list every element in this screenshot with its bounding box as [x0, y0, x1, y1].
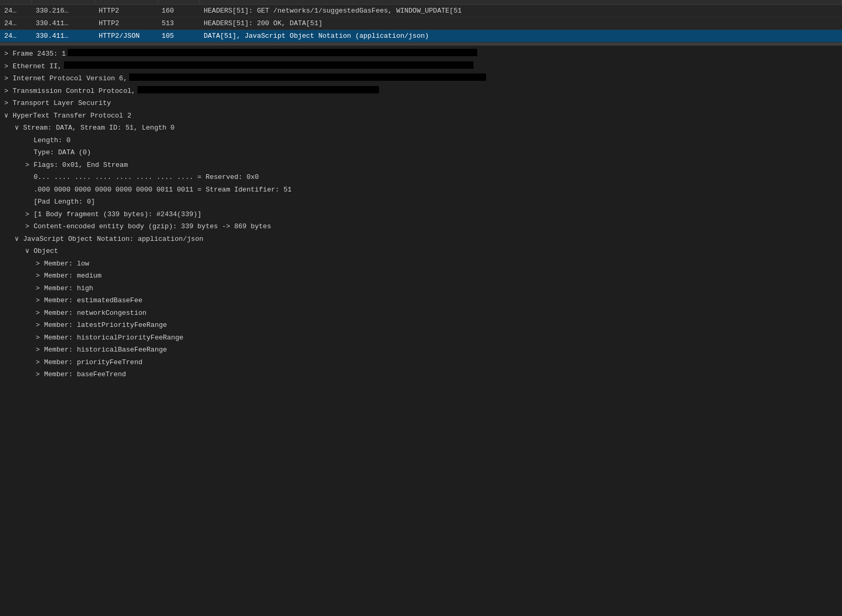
table-row[interactable]: 24…330.411…HTTP2513HEADERS[51]: 200 OK, … — [0, 17, 842, 30]
collapse-icon[interactable]: ∨ — [4, 111, 10, 121]
detail-text: Member: estimatedBaseFee — [44, 295, 142, 306]
detail-row[interactable]: > Flags: 0x01, End Stream — [0, 159, 842, 172]
detail-text: Frame 2435: 1 — [13, 49, 66, 59]
table-row[interactable]: 24…330.216…HTTP2160HEADERS[51]: GET /net… — [0, 5, 842, 17]
detail-text: Member: medium — [44, 271, 101, 281]
expand-icon[interactable]: > — [36, 295, 42, 306]
detail-row[interactable]: > Transmission Control Protocol, — [0, 85, 842, 98]
detail-text: Length: 0 — [34, 135, 70, 146]
detail-row[interactable]: ∨ JavaScript Object Notation: applicatio… — [0, 233, 842, 246]
cell-length: 160 — [157, 5, 199, 17]
cell-no: 24… — [0, 17, 31, 30]
expand-icon[interactable]: > — [36, 369, 42, 380]
redacted-block — [64, 61, 473, 69]
expand-icon[interactable]: > — [36, 345, 42, 355]
detail-row[interactable]: > Ethernet II, — [0, 60, 842, 73]
table-header-row — [0, 0, 842, 5]
cell-info: DATA[51], JavaScript Object Notation (ap… — [199, 30, 842, 43]
detail-row[interactable]: > Member: low — [0, 258, 842, 270]
col-header-time — [31, 0, 94, 5]
cell-protocol: HTTP2 — [94, 5, 157, 17]
expand-icon[interactable]: > — [25, 209, 31, 220]
cell-info: HEADERS[51]: GET /networks/1/suggestedGa… — [199, 5, 842, 17]
col-header-info — [199, 0, 842, 5]
collapse-icon[interactable]: ∨ — [15, 234, 21, 245]
expand-icon[interactable]: > — [4, 49, 10, 59]
detail-text: Member: priorityFeeTrend — [44, 357, 142, 368]
detail-text: Transport Layer Security — [13, 98, 111, 109]
redacted-block — [138, 86, 379, 93]
detail-text: Member: baseFeeTrend — [44, 369, 126, 380]
expand-icon[interactable]: > — [4, 86, 10, 97]
detail-text: Member: historicalBaseFeeRange — [44, 345, 167, 355]
cell-time: 330.411… — [31, 17, 94, 30]
collapse-icon[interactable]: ∨ — [25, 246, 31, 257]
expand-icon[interactable]: > — [4, 98, 10, 109]
detail-row[interactable]: .000 0000 0000 0000 0000 0000 0011 0011 … — [0, 184, 842, 196]
cell-time: 330.216… — [31, 5, 94, 17]
table-row[interactable]: 24…330.411…HTTP2/JSON105DATA[51], JavaSc… — [0, 30, 842, 43]
detail-row[interactable]: > Member: high — [0, 282, 842, 295]
detail-row[interactable]: Type: DATA (0) — [0, 146, 842, 159]
cell-no: 24… — [0, 5, 31, 17]
cell-length: 513 — [157, 17, 199, 30]
detail-text: Internet Protocol Version 6, — [13, 73, 127, 84]
col-header-length — [157, 0, 199, 5]
detail-text: .000 0000 0000 0000 0000 0000 0011 0011 … — [34, 185, 291, 195]
detail-row[interactable]: > Member: priorityFeeTrend — [0, 356, 842, 369]
detail-row[interactable]: > Member: latestPriorityFeeRange — [0, 319, 842, 332]
expand-icon[interactable]: > — [36, 259, 42, 269]
expand-icon[interactable]: > — [36, 283, 42, 294]
expand-icon[interactable]: > — [4, 73, 10, 84]
detail-row[interactable]: > Member: networkCongestion — [0, 307, 842, 320]
expand-icon[interactable]: > — [25, 160, 31, 171]
detail-row[interactable]: Length: 0 — [0, 134, 842, 147]
detail-text: Stream: DATA, Stream ID: 51, Length 0 — [23, 123, 175, 133]
detail-row[interactable]: > Member: medium — [0, 270, 842, 282]
detail-text: Type: DATA (0) — [34, 147, 91, 158]
expand-icon[interactable]: > — [36, 320, 42, 331]
detail-row[interactable]: [Pad Length: 0] — [0, 196, 842, 208]
detail-row[interactable]: > Transport Layer Security — [0, 97, 842, 110]
detail-row[interactable]: > Member: historicalBaseFeeRange — [0, 344, 842, 356]
detail-row[interactable]: > Content-encoded entity body (gzip): 33… — [0, 220, 842, 233]
detail-text: Flags: 0x01, End Stream — [34, 160, 128, 171]
cell-protocol: HTTP2 — [94, 17, 157, 30]
detail-row[interactable]: > Frame 2435: 1 — [0, 48, 842, 60]
cell-info: HEADERS[51]: 200 OK, DATA[51] — [199, 17, 842, 30]
expand-icon[interactable]: > — [36, 333, 42, 343]
collapse-icon[interactable]: ∨ — [15, 123, 21, 133]
detail-text: Member: low — [44, 259, 89, 269]
detail-text: JavaScript Object Notation: application/… — [23, 234, 203, 245]
detail-row[interactable]: ∨ Object — [0, 245, 842, 258]
expand-icon[interactable]: > — [36, 308, 42, 318]
detail-panel: > Frame 2435: 1> Ethernet II,> Internet … — [0, 46, 842, 616]
detail-row[interactable]: ∨ HyperText Transfer Protocol 2 — [0, 110, 842, 122]
detail-text: Member: networkCongestion — [44, 308, 146, 318]
cell-protocol: HTTP2/JSON — [94, 30, 157, 43]
detail-text: [1 Body fragment (339 bytes): #2434(339)… — [34, 209, 202, 220]
detail-row[interactable]: > Member: historicalPriorityFeeRange — [0, 332, 842, 344]
detail-row[interactable]: 0... .... .... .... .... .... .... .... … — [0, 171, 842, 184]
expand-icon[interactable]: > — [4, 61, 10, 72]
detail-text: HyperText Transfer Protocol 2 — [13, 111, 131, 121]
detail-row[interactable]: > Member: baseFeeTrend — [0, 368, 842, 381]
detail-row[interactable]: > [1 Body fragment (339 bytes): #2434(33… — [0, 208, 842, 221]
col-header-protocol — [94, 0, 157, 5]
redacted-block — [129, 73, 486, 81]
detail-text: Member: historicalPriorityFeeRange — [44, 333, 183, 343]
detail-text: [Pad Length: 0] — [34, 197, 95, 207]
redacted-block — [68, 49, 477, 56]
detail-row[interactable]: ∨ Stream: DATA, Stream ID: 51, Length 0 — [0, 122, 842, 134]
cell-time: 330.411… — [31, 30, 94, 43]
detail-text: Member: latestPriorityFeeRange — [44, 320, 167, 331]
packet-table: 24…330.216…HTTP2160HEADERS[51]: GET /net… — [0, 0, 842, 43]
detail-text: Object — [34, 246, 58, 257]
cell-length: 105 — [157, 30, 199, 43]
expand-icon[interactable]: > — [25, 221, 31, 232]
detail-row[interactable]: > Internet Protocol Version 6, — [0, 72, 842, 85]
expand-icon[interactable]: > — [36, 271, 42, 281]
detail-text: 0... .... .... .... .... .... .... .... … — [34, 172, 259, 183]
expand-icon[interactable]: > — [36, 357, 42, 368]
detail-row[interactable]: > Member: estimatedBaseFee — [0, 294, 842, 307]
